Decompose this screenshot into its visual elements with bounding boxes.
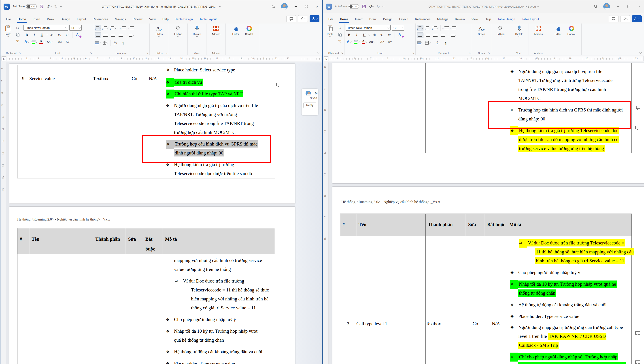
horizontal-ruler[interactable]: 567891011121314151617181920212223 xyxy=(329,56,644,61)
align-center-button[interactable] xyxy=(424,33,431,38)
comment-icon[interactable] xyxy=(635,126,640,131)
editor-button[interactable]: Editor xyxy=(230,25,242,35)
superscript-button[interactable]: x² xyxy=(386,32,393,38)
bold-button[interactable]: B xyxy=(24,32,30,38)
new-comment-icon[interactable] xyxy=(635,105,640,110)
cell-empty[interactable] xyxy=(126,65,143,76)
comment-icon[interactable] xyxy=(635,360,640,364)
numbering-button[interactable] xyxy=(102,25,109,31)
ribbon-tab[interactable]: View xyxy=(468,16,482,24)
line-spacing-button[interactable]: ↕ xyxy=(450,33,456,38)
ribbon-tab[interactable]: Help xyxy=(482,16,494,24)
sort-button[interactable]: AZ↓ xyxy=(112,40,119,46)
ribbon-tab[interactable]: View xyxy=(146,16,159,24)
document-page-1[interactable]: ❖Người dùng nhập giá trị của dịch vụ trê… xyxy=(332,63,644,183)
comment-icon[interactable] xyxy=(635,331,640,336)
align-right-button[interactable] xyxy=(110,33,116,38)
numbering-button[interactable] xyxy=(424,25,431,31)
paragraph-dialog-launcher[interactable]: ↘ xyxy=(146,52,148,54)
strikethrough-button[interactable]: ab xyxy=(371,32,378,38)
autosave-toggle[interactable]: AutoSave Off xyxy=(335,4,359,9)
ribbon-tab[interactable]: Home xyxy=(14,16,30,24)
ribbon-tab[interactable]: References xyxy=(89,16,112,24)
maximize-button[interactable] xyxy=(302,2,311,11)
borders-button[interactable] xyxy=(102,40,109,46)
cell-mota[interactable]: mapping với những cấu hình có trường ser… xyxy=(163,254,275,364)
copy-button[interactable] xyxy=(15,32,20,37)
cell-batbuoc[interactable]: N/A xyxy=(485,321,507,364)
dictate-button[interactable]: Dictate xyxy=(191,25,203,37)
paste-button[interactable]: Paste xyxy=(324,25,336,44)
search-button[interactable] xyxy=(591,5,600,9)
align-center-button[interactable] xyxy=(102,33,109,38)
clear-formatting-button[interactable]: A xyxy=(74,32,81,38)
bold-button[interactable]: B xyxy=(346,32,352,38)
multilevel-list-button[interactable] xyxy=(432,25,439,31)
ribbon-tab[interactable]: Mailings xyxy=(112,16,129,24)
cell-empty[interactable] xyxy=(466,236,485,321)
addins-button[interactable]: Add-ins xyxy=(532,25,544,35)
cell-component[interactable]: Textbox xyxy=(93,76,126,178)
clipboard-dialog-launcher[interactable]: ↘ xyxy=(19,52,21,54)
ribbon-tab[interactable]: Table Design xyxy=(172,16,196,24)
justify-button[interactable] xyxy=(118,33,124,38)
editing-button[interactable]: Editing xyxy=(494,25,507,37)
minimize-button[interactable] xyxy=(291,2,301,11)
copilot-button[interactable]: Copilot xyxy=(566,25,578,35)
column-header[interactable]: Sửa xyxy=(126,228,143,254)
column-header[interactable]: Sửa xyxy=(466,214,485,236)
column-header[interactable]: Mô tả xyxy=(507,214,632,236)
cell-empty[interactable] xyxy=(356,236,426,321)
subscript-button[interactable]: x₂ xyxy=(56,32,63,38)
justify-button[interactable] xyxy=(440,33,446,38)
comment-card[interactable]: Phạm 30/10 Reply xyxy=(302,89,318,115)
cell-empty[interactable] xyxy=(356,63,426,153)
collapse-ribbon-button[interactable] xyxy=(640,52,642,54)
quick-access-overflow-button[interactable] xyxy=(60,6,62,7)
format-painter-button[interactable] xyxy=(337,39,343,44)
cut-button[interactable]: ✂ xyxy=(337,26,343,31)
autosave-switch[interactable]: Off xyxy=(26,4,37,9)
styles-button[interactable]: A Styles xyxy=(476,25,488,37)
editing-button[interactable]: Editing xyxy=(172,25,184,37)
styles-button[interactable]: A Styles xyxy=(153,25,165,37)
tab-stop-selector[interactable]: L xyxy=(324,56,328,61)
ribbon-tab[interactable]: Help xyxy=(159,16,172,24)
cell-empty[interactable] xyxy=(426,63,466,153)
cell-empty[interactable] xyxy=(426,236,466,321)
paste-button[interactable]: Paste xyxy=(2,25,14,44)
line-spacing-button[interactable]: ↕ xyxy=(128,33,134,38)
styles-dialog-launcher[interactable]: ↘ xyxy=(488,52,490,54)
cell-empty[interactable] xyxy=(93,254,126,364)
editor-button[interactable]: Editor xyxy=(552,25,564,35)
ribbon-tab[interactable]: File xyxy=(325,16,337,24)
shrink-font-button[interactable]: A˅ xyxy=(64,39,71,45)
column-header[interactable]: Thành phần xyxy=(93,228,126,254)
ribbon-tab[interactable]: Mailings xyxy=(434,16,452,24)
column-header[interactable]: Mô tả xyxy=(163,228,275,254)
ribbon-tab[interactable]: Home xyxy=(337,16,352,24)
redo-button[interactable]: ↻ xyxy=(54,5,58,9)
cell-empty[interactable] xyxy=(485,236,507,321)
cell-ten[interactable]: Call type level 1 xyxy=(356,321,426,364)
text-effects-button[interactable]: A xyxy=(346,39,352,45)
column-header[interactable]: Tên xyxy=(356,214,426,236)
cell-empty[interactable] xyxy=(126,254,143,364)
cell-sua[interactable]: Có xyxy=(466,321,485,364)
font-name-combo[interactable]: Times New Roman xyxy=(346,25,390,31)
document-page-2[interactable]: Hệ thống <Roaming 2.0> - Nghiệp vụ cấu h… xyxy=(332,187,644,364)
cell-empty[interactable] xyxy=(93,65,126,76)
font-size-combo[interactable]: 12 xyxy=(392,25,404,31)
align-left-button[interactable] xyxy=(94,33,101,38)
editing-mode-button[interactable] xyxy=(620,15,630,22)
cell-mota[interactable]: ❖Người dùng nhập giá trị tương ứng của t… xyxy=(507,321,632,364)
format-painter-button[interactable] xyxy=(15,39,20,44)
collapse-ribbon-button[interactable] xyxy=(317,52,320,54)
ribbon-tab[interactable]: Insert xyxy=(352,16,366,24)
quick-access-overflow-button[interactable] xyxy=(383,6,384,7)
document-page-1[interactable]: ❖Place holder: Select service type 9 Ser… xyxy=(10,64,295,203)
addins-button[interactable]: Add-ins xyxy=(210,25,222,35)
font-dialog-launcher[interactable]: ↘ xyxy=(412,52,414,54)
bullets-button[interactable] xyxy=(417,25,424,31)
strikethrough-button[interactable]: ab xyxy=(49,32,55,38)
